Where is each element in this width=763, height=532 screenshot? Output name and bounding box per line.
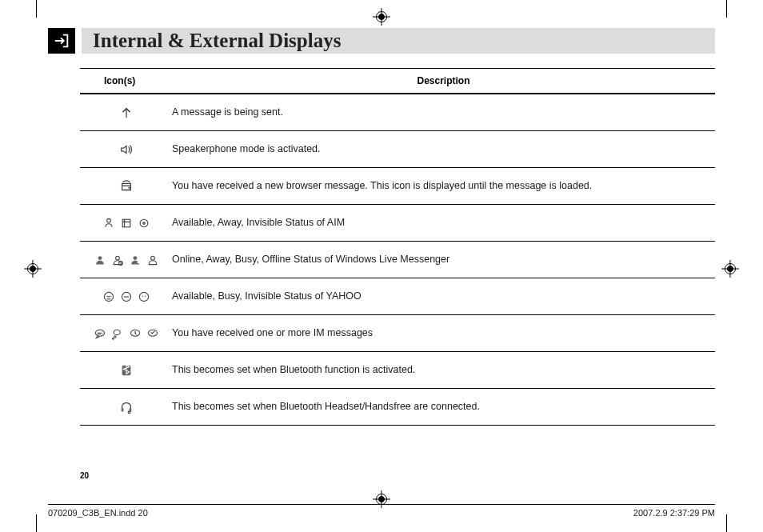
section-title: Internal & External Displays bbox=[93, 30, 341, 52]
svg-point-13 bbox=[142, 295, 143, 297]
table-header: Icon(s) Description bbox=[80, 69, 715, 94]
table-cell-description: This becomes set when Bluetooth function… bbox=[172, 363, 715, 377]
table-cell-description: This becomes set when Bluetooth Headset/… bbox=[172, 400, 715, 414]
svg-point-16 bbox=[114, 330, 120, 334]
yahoo-invisible-icon bbox=[137, 290, 151, 304]
icon-description-table: Icon(s) Description A message is being s… bbox=[80, 68, 715, 426]
arrow-up-icon bbox=[119, 106, 134, 120]
svg-point-8 bbox=[133, 256, 137, 260]
svg-point-5 bbox=[98, 256, 102, 260]
svg-point-24 bbox=[128, 410, 130, 413]
table-cell-description: You have received one or more IM message… bbox=[172, 326, 715, 340]
yahoo-available-icon bbox=[102, 290, 116, 304]
table-cell-description: A message is being sent. bbox=[172, 106, 715, 119]
registration-mark bbox=[721, 260, 739, 278]
im-bubble-3-icon bbox=[128, 326, 142, 341]
registration-mark bbox=[24, 260, 42, 278]
bluetooth-headset-icon bbox=[119, 400, 134, 414]
section-header: Internal & External Displays bbox=[48, 28, 715, 54]
slug-filename: 070209_C3B_EN.indd 20 bbox=[48, 508, 148, 518]
svg-point-9 bbox=[150, 256, 154, 260]
wlm-busy-icon bbox=[128, 253, 142, 267]
table-row: This becomes set when Bluetooth function… bbox=[80, 351, 715, 388]
table-row: Online, Away, Busy, Offline Status of Wi… bbox=[80, 241, 715, 278]
registration-mark bbox=[373, 8, 390, 26]
im-bubble-4-icon bbox=[146, 326, 160, 341]
table-cell-description: Available, Away, Invisible Status of AIM bbox=[172, 216, 715, 230]
table-row: Available, Busy, Invisible Status of YAH… bbox=[80, 278, 715, 314]
im-bubble-1-icon bbox=[93, 326, 107, 341]
table-row: You have received one or more IM message… bbox=[80, 314, 715, 351]
aim-available-icon bbox=[102, 216, 116, 230]
wlm-online-icon bbox=[93, 253, 107, 267]
crop-mark bbox=[726, 0, 727, 18]
slug-timestamp: 2007.2.9 2:37:29 PM bbox=[633, 508, 715, 518]
crop-mark bbox=[36, 0, 37, 18]
svg-point-1 bbox=[106, 218, 110, 222]
table-cell-description: Speakerphone mode is activated. bbox=[172, 142, 715, 156]
svg-point-6 bbox=[115, 256, 119, 260]
table-header-description: Description bbox=[172, 69, 715, 93]
table-cell-description: Available, Busy, Invisible Status of YAH… bbox=[172, 290, 715, 303]
yahoo-busy-icon bbox=[119, 290, 134, 304]
indesign-slug: 070209_C3B_EN.indd 20 2007.2.9 2:37:29 P… bbox=[48, 504, 715, 518]
bluetooth-icon bbox=[119, 363, 134, 378]
svg-rect-22 bbox=[121, 407, 123, 411]
table-cell-description: Online, Away, Busy, Offline Status of Wi… bbox=[172, 253, 715, 266]
wlm-offline-icon bbox=[146, 253, 160, 267]
section-header-icon bbox=[48, 28, 75, 54]
table-row: Speakerphone mode is activated. bbox=[80, 130, 715, 167]
table-row: You have received a new browser message.… bbox=[80, 167, 715, 204]
crop-mark bbox=[726, 514, 727, 532]
svg-point-17 bbox=[114, 335, 115, 337]
aim-invisible-icon bbox=[137, 216, 151, 230]
svg-rect-2 bbox=[122, 219, 130, 227]
svg-point-12 bbox=[139, 292, 148, 301]
table-header-icons: Icon(s) bbox=[80, 69, 172, 93]
svg-point-0 bbox=[128, 186, 130, 189]
browser-message-icon bbox=[119, 179, 134, 194]
wlm-away-icon bbox=[110, 253, 125, 267]
im-bubble-2-icon bbox=[110, 326, 125, 341]
speakerphone-icon bbox=[119, 142, 134, 157]
svg-point-14 bbox=[144, 295, 146, 297]
table-cell-description: You have received a new browser message.… bbox=[172, 179, 715, 193]
crop-mark bbox=[36, 514, 37, 532]
page-number: 20 bbox=[80, 471, 89, 480]
svg-point-18 bbox=[112, 338, 114, 339]
section-header-bar: Internal & External Displays bbox=[82, 28, 715, 54]
page-content: Internal & External Displays Icon(s) Des… bbox=[48, 28, 715, 488]
table-row: A message is being sent. bbox=[80, 94, 715, 130]
aim-away-icon bbox=[119, 216, 134, 230]
table-row: This becomes set when Bluetooth Headset/… bbox=[80, 388, 715, 425]
svg-point-4 bbox=[142, 222, 146, 225]
table-row: Available, Away, Invisible Status of AIM bbox=[80, 204, 715, 241]
